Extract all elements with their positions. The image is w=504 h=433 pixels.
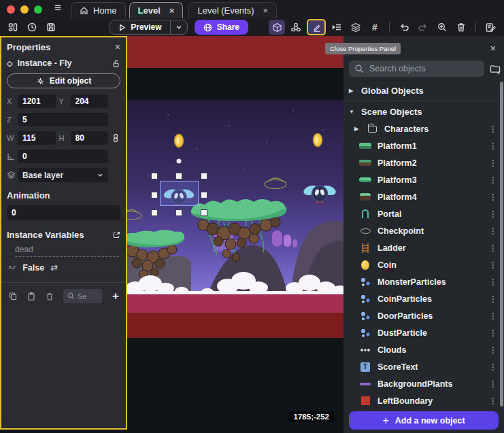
resize-handle-nw[interactable] [151, 173, 158, 179]
row-menu-icon[interactable]: ⋮ [489, 243, 497, 253]
object-row[interactable]: Platform4⋮ [343, 188, 504, 205]
open-variables-icon[interactable] [112, 231, 120, 239]
zoom-in-icon[interactable] [434, 20, 450, 35]
delete-icon[interactable] [453, 20, 469, 35]
preview-button[interactable]: Preview [110, 20, 187, 35]
object-row[interactable]: MonsterParticles⋮ [343, 273, 504, 290]
row-menu-icon[interactable]: ⋮ [489, 260, 497, 270]
z-input[interactable] [18, 113, 108, 126]
row-menu-icon[interactable]: ⋮ [489, 345, 497, 355]
share-button[interactable]: Share [195, 20, 248, 35]
resize-handle-ne[interactable] [201, 173, 207, 179]
row-menu-icon[interactable]: ⋮ [489, 192, 497, 202]
history-icon[interactable] [24, 20, 39, 34]
add-new-object-button[interactable]: + Add a new object [349, 411, 499, 430]
variable-value[interactable]: False [22, 263, 44, 273]
row-menu-icon[interactable]: ⋮ [489, 311, 497, 321]
object-row[interactable]: DustParticle⋮ [343, 324, 504, 341]
resize-handle-n[interactable] [175, 173, 182, 179]
resize-handle-e[interactable] [201, 192, 207, 198]
save-icon[interactable] [44, 20, 58, 34]
object-row[interactable]: Platform2⋮ [343, 154, 504, 171]
row-menu-icon[interactable]: ⋮ [489, 396, 497, 406]
lock-ratio-icon[interactable] [112, 133, 120, 143]
object-row[interactable]: DoorParticles⋮ [343, 307, 504, 324]
tab-level-events[interactable]: Level (Events) × [188, 2, 277, 18]
object-row[interactable]: Checkpoint⋮ [343, 222, 504, 239]
layers-icon[interactable] [348, 20, 364, 35]
x-input[interactable] [18, 94, 56, 108]
maximize-window-button[interactable] [34, 5, 42, 14]
instances-list-icon[interactable] [329, 20, 345, 35]
object-row[interactable]: Clouds⋮ [343, 341, 504, 358]
layer-select[interactable]: Base layer [18, 168, 108, 182]
row-menu-icon[interactable]: ⋮ [489, 124, 497, 134]
row-menu-icon[interactable]: ⋮ [489, 141, 497, 151]
close-properties-icon[interactable]: × [115, 41, 120, 52]
resize-handle-sw[interactable] [151, 209, 158, 216]
resize-handle-s[interactable] [175, 209, 182, 216]
add-variable-button[interactable]: + [112, 290, 119, 303]
height-input[interactable] [71, 131, 109, 145]
animation-input[interactable] [7, 205, 120, 220]
add-folder-icon[interactable] [490, 64, 501, 74]
close-tab-icon[interactable]: × [263, 5, 269, 16]
objects-scrollbar[interactable] [500, 82, 503, 433]
resize-handle-se[interactable] [201, 209, 207, 216]
object-row[interactable]: Platform3⋮ [343, 171, 504, 188]
scene-canvas[interactable]: 1785;-252 [127, 36, 343, 433]
preview-options-chevron[interactable] [170, 20, 187, 34]
edit-scene-notebook-icon[interactable] [482, 20, 499, 35]
copy-icon[interactable] [8, 292, 18, 301]
caret-right-icon[interactable]: ▶ [354, 126, 360, 132]
close-window-button[interactable] [7, 5, 15, 14]
object-row[interactable]: BackgroundPlants⋮ [343, 375, 504, 392]
object-row[interactable]: Coin⋮ [343, 256, 504, 273]
row-menu-icon[interactable]: ⋮ [489, 175, 497, 185]
redo-icon[interactable] [415, 20, 431, 35]
row-menu-icon[interactable]: ⋮ [489, 362, 497, 372]
variable-name[interactable]: dead [15, 245, 119, 257]
close-objects-icon[interactable]: × [490, 43, 496, 54]
object-groups-icon[interactable] [288, 20, 304, 35]
angle-input[interactable] [18, 150, 108, 163]
toggle-3d-view-icon[interactable] [269, 20, 285, 35]
group-global-objects[interactable]: ▶ Global Objects [343, 82, 504, 99]
paste-icon[interactable] [27, 292, 36, 301]
toggle-variable-icon[interactable]: ⇄ [50, 262, 58, 273]
edit-object-button[interactable]: Edit object [7, 73, 120, 88]
unlock-icon[interactable] [112, 59, 120, 68]
row-menu-icon[interactable]: ⋮ [489, 277, 497, 287]
minimize-window-button[interactable] [20, 5, 29, 14]
search-objects-input[interactable] [349, 60, 484, 77]
properties-pen-icon[interactable] [307, 19, 326, 35]
row-menu-icon[interactable]: ⋮ [489, 209, 497, 219]
object-row[interactable]: Ladder⋮ [343, 239, 504, 256]
trash-icon[interactable] [45, 292, 54, 301]
row-menu-icon[interactable]: ⋮ [489, 226, 497, 236]
object-row[interactable]: LeftBoundary⋮ [343, 392, 504, 409]
close-tab-icon[interactable]: × [169, 5, 175, 16]
row-menu-icon[interactable]: ⋮ [489, 379, 497, 389]
variables-search-input[interactable]: Se [63, 289, 102, 303]
object-row[interactable]: ▶Characters⋮ [343, 120, 504, 137]
y-input[interactable] [71, 94, 109, 108]
instance-selection-rect[interactable] [160, 181, 199, 206]
tab-level[interactable]: Level × [129, 2, 184, 18]
object-row[interactable]: Platform1⋮ [343, 137, 504, 154]
panels-layout-icon[interactable] [5, 20, 20, 34]
row-menu-icon[interactable]: ⋮ [489, 158, 497, 168]
resize-handle-w[interactable] [151, 192, 158, 198]
tab-home[interactable]: Home [71, 2, 126, 18]
object-row[interactable]: Portal⋮ [343, 205, 504, 222]
undo-icon[interactable] [396, 20, 412, 35]
width-input[interactable] [18, 131, 56, 145]
row-menu-icon[interactable]: ⋮ [489, 328, 497, 338]
grid-icon[interactable]: # [367, 20, 383, 35]
group-scene-objects[interactable]: ▼ Scene Objects [343, 103, 504, 120]
row-menu-icon[interactable]: ⋮ [489, 294, 497, 304]
menu-icon[interactable]: ≡ [49, 1, 71, 18]
scrollbar-thumb[interactable] [500, 82, 503, 406]
object-row[interactable]: TScoreText⋮ [343, 358, 504, 375]
object-row[interactable]: CoinParticles⋮ [343, 290, 504, 307]
